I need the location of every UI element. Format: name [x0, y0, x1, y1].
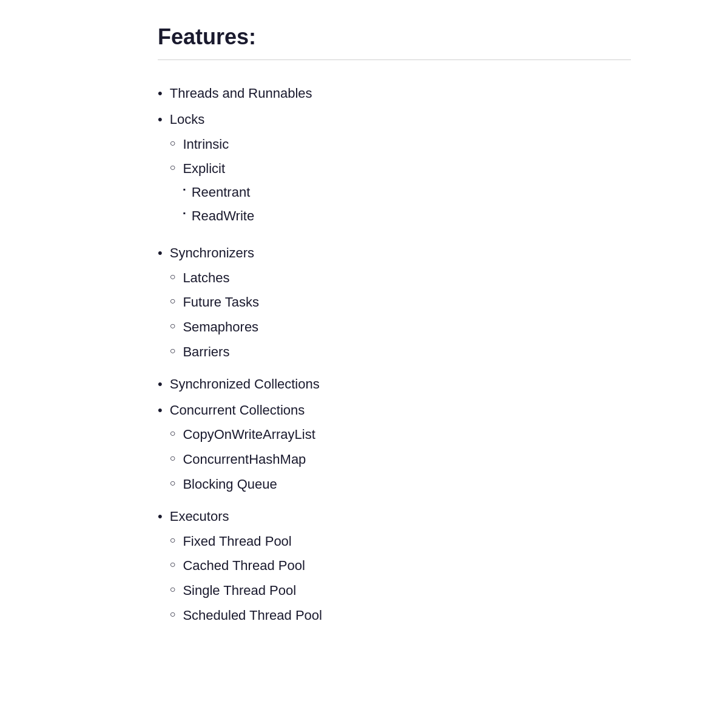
list-item: • Executors ○ Fixed Thread Pool ○ Cached…: [158, 507, 631, 631]
item-label: Concurrent Collections: [170, 401, 631, 420]
item-label: Explicit: [183, 160, 631, 178]
bullet-icon: •: [158, 84, 163, 103]
list-item: ○ Explicit ▪ Reentrant ▪ ReadWrite: [170, 160, 631, 230]
list-item: ○ ConcurrentHashMap: [170, 450, 631, 469]
open-bullet-icon: ○: [170, 135, 176, 151]
bullet-icon: •: [158, 244, 163, 263]
open-bullet-icon: ○: [170, 318, 176, 334]
item-label: Semaphores: [183, 318, 631, 337]
item-label: Locks: [170, 110, 631, 129]
list-item: ○ CopyOnWriteArrayList: [170, 426, 631, 444]
open-bullet-icon: ○: [170, 475, 176, 491]
item-label: Scheduled Thread Pool: [183, 606, 631, 625]
item-label: Fixed Thread Pool: [183, 532, 631, 551]
list-item: ○ Latches: [170, 269, 631, 288]
list-item: ○ Semaphores: [170, 318, 631, 337]
list-item: • Threads and Runnables: [158, 84, 631, 103]
bullet-icon: •: [158, 507, 163, 526]
open-bullet-icon: ○: [170, 532, 176, 548]
item-label: ConcurrentHashMap: [183, 450, 631, 469]
open-bullet-icon: ○: [170, 426, 176, 441]
open-bullet-icon: ○: [170, 343, 176, 359]
list-item: ○ Scheduled Thread Pool: [170, 606, 631, 625]
page-container: Features: • Threads and Runnables • Lock…: [0, 0, 667, 675]
list-item: ○ Barriers: [170, 343, 631, 362]
sub-list: ○ Latches ○ Future Tasks ○: [170, 269, 631, 362]
open-bullet-icon: ○: [170, 557, 176, 572]
sub-sub-list: ▪ Reentrant ▪ ReadWrite: [183, 183, 631, 226]
list-item: • Concurrent Collections ○ CopyOnWriteAr…: [158, 401, 631, 500]
item-label: Latches: [183, 269, 631, 288]
open-bullet-icon: ○: [170, 293, 176, 309]
square-bullet-icon: ▪: [183, 183, 185, 197]
bullet-icon: •: [158, 110, 163, 129]
list-item: ▪ ReadWrite: [183, 207, 631, 226]
list-item: ○ Blocking Queue: [170, 475, 631, 494]
bullet-icon: •: [158, 375, 163, 394]
open-bullet-icon: ○: [170, 582, 176, 597]
divider: [158, 59, 631, 60]
list-item: • Locks ○ Intrinsic ○ Explicit: [158, 110, 631, 237]
item-label: Synchronizers: [170, 244, 631, 263]
open-bullet-icon: ○: [170, 160, 176, 175]
item-label: Executors: [170, 507, 631, 526]
list-item: ○ Single Thread Pool: [170, 582, 631, 600]
list-item: ○ Fixed Thread Pool: [170, 532, 631, 551]
list-item: ○ Intrinsic: [170, 135, 631, 154]
item-label: Cached Thread Pool: [183, 557, 631, 575]
list-item: • Synchronizers ○ Latches ○ Future Tasks: [158, 244, 631, 368]
open-bullet-icon: ○: [170, 269, 176, 285]
item-label: Single Thread Pool: [183, 582, 631, 600]
item-label: Synchronized Collections: [170, 375, 631, 394]
item-label: Barriers: [183, 343, 631, 362]
list-item: • Synchronized Collections: [158, 375, 631, 394]
open-bullet-icon: ○: [170, 606, 176, 622]
item-label: Threads and Runnables: [170, 84, 631, 103]
item-label: CopyOnWriteArrayList: [183, 426, 631, 444]
item-label: ReadWrite: [192, 207, 255, 226]
page-title: Features:: [158, 24, 631, 50]
sub-list: ○ Intrinsic ○ Explicit ▪: [170, 135, 631, 231]
item-label: Intrinsic: [183, 135, 631, 154]
item-label: Reentrant: [192, 183, 251, 202]
sub-list: ○ CopyOnWriteArrayList ○ ConcurrentHashM…: [170, 426, 631, 494]
item-label: Future Tasks: [183, 293, 631, 312]
square-bullet-icon: ▪: [183, 207, 185, 220]
sub-list: ○ Fixed Thread Pool ○ Cached Thread Pool…: [170, 532, 631, 625]
list-item: ○ Cached Thread Pool: [170, 557, 631, 575]
item-label: Blocking Queue: [183, 475, 631, 494]
open-bullet-icon: ○: [170, 450, 176, 466]
list-item: ▪ Reentrant: [183, 183, 631, 202]
main-list: • Threads and Runnables • Locks ○ Intrin…: [158, 84, 631, 631]
bullet-icon: •: [158, 401, 163, 420]
list-item: ○ Future Tasks: [170, 293, 631, 312]
